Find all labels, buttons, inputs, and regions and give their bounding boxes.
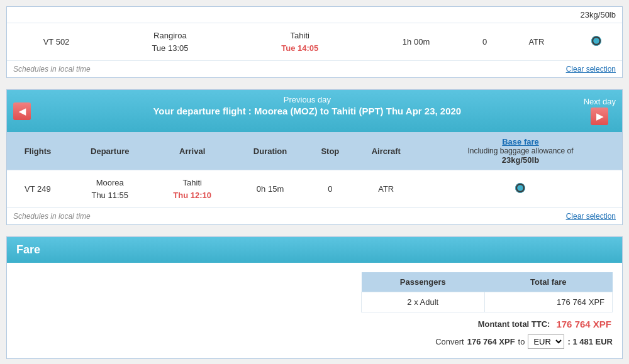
departure-header: ◀ Previous day Your departure flight : M…: [7, 90, 622, 132]
fare-content: Passengers Total fare 2 x Adult 176 764 …: [7, 263, 622, 358]
currency-select[interactable]: EUR USD GBP AUD: [528, 334, 564, 349]
flight-radio[interactable]: [515, 183, 525, 193]
duration-cell: 0h 15m: [233, 170, 307, 208]
col-departure: Departure: [69, 132, 152, 170]
top-flight-section: 23kg/50lb VT 502 Rangiroa Tue 13:05 Tahi…: [6, 6, 623, 78]
fare-title: Fare: [16, 243, 40, 256]
clear-selection-dep-button[interactable]: Clear selection: [566, 212, 616, 221]
fare-row: 2 x Adult 176 764 XPF: [362, 292, 613, 312]
table-row: VT 249 Moorea Thu 11:55 Tahiti Thu 12:10…: [7, 170, 622, 208]
convert-to: to: [518, 337, 525, 346]
schedules-row-dep: Schedules in local time Clear selection: [7, 207, 622, 224]
next-day-button[interactable]: ▶: [591, 108, 608, 125]
stops-cell: 0: [307, 170, 353, 208]
col-passengers: Passengers: [362, 272, 485, 292]
select-cell[interactable]: [571, 23, 622, 61]
col-arrival: Arrival: [152, 132, 233, 170]
next-day-label: Next day: [584, 97, 616, 106]
departure-title: Your departure flight : Moorea (MOZ) to …: [153, 106, 461, 116]
prev-day-label: Previous day: [284, 95, 331, 104]
stops-cell: 0: [467, 23, 503, 61]
including-text: Including baggage allowance of: [423, 146, 618, 155]
col-base-fare: Base fare Including baggage allowance of…: [419, 132, 622, 170]
prev-day-button[interactable]: ◀: [13, 102, 31, 120]
aircraft-cell: ATR: [353, 170, 419, 208]
total-ttc-label: Montant total TTC:: [478, 319, 550, 329]
aircraft-cell: ATR: [503, 23, 571, 61]
baggage-header: 23kg/50lb: [7, 7, 622, 23]
passengers-cell: 2 x Adult: [362, 292, 485, 312]
base-fare-link[interactable]: Base fare: [502, 137, 539, 146]
departure-flight-table: Flights Departure Arrival Duration Stop …: [7, 132, 622, 207]
departure-flight-section: ◀ Previous day Your departure flight : M…: [6, 89, 623, 225]
col-flights: Flights: [7, 132, 69, 170]
clear-selection-button[interactable]: Clear selection: [566, 65, 616, 74]
table-row: VT 502 Rangiroa Tue 13:05 Tahiti Tue 14:…: [7, 23, 622, 61]
col-aircraft: Aircraft: [353, 132, 419, 170]
departure-cell: Moorea Thu 11:55: [69, 170, 152, 208]
duration-cell: 1h 00m: [365, 23, 467, 61]
baggage-allowance: 23kg/50lb: [423, 155, 618, 165]
arrival-cell: Tahiti Tue 14:05: [235, 23, 365, 61]
total-ttc-value: 176 764 XPF: [556, 319, 611, 329]
select-cell[interactable]: [419, 170, 622, 208]
convert-label: Convert: [435, 337, 464, 346]
flight-radio[interactable]: [591, 36, 601, 46]
baggage-label: 23kg/50lb: [581, 10, 616, 19]
arrival-cell: Tahiti Thu 12:10: [152, 170, 233, 208]
fare-table: Passengers Total fare 2 x Adult 176 764 …: [361, 272, 613, 312]
schedules-text-dep: Schedules in local time: [13, 212, 91, 221]
flight-code: VT 249: [7, 170, 69, 208]
schedules-text: Schedules in local time: [13, 65, 91, 74]
fare-section: Fare Passengers Total fare 2 x Adult 176…: [6, 236, 623, 359]
top-flight-table: VT 502 Rangiroa Tue 13:05 Tahiti Tue 14:…: [7, 23, 622, 60]
convert-row: Convert 176 764 XPF to EUR USD GBP AUD :…: [435, 334, 613, 349]
schedules-row: Schedules in local time Clear selection: [7, 60, 622, 77]
flight-code: VT 502: [7, 23, 106, 61]
col-stop: Stop: [307, 132, 353, 170]
departure-cell: Rangiroa Tue 13:05: [106, 23, 235, 61]
total-cell: 176 764 XPF: [484, 292, 612, 312]
total-ttc-row: Montant total TTC: 176 764 XPF: [478, 319, 613, 329]
col-total-fare: Total fare: [484, 272, 612, 292]
col-duration: Duration: [233, 132, 307, 170]
convert-result: : 1 481 EUR: [567, 337, 613, 346]
fare-header: Fare: [7, 237, 622, 263]
convert-amount: 176 764 XPF: [467, 337, 515, 346]
